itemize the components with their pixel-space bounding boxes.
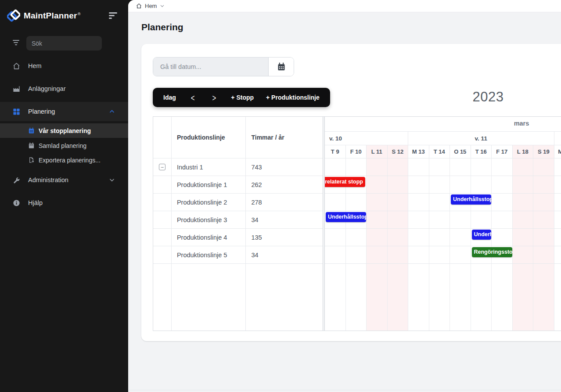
table-row: −Industri 1743	[153, 158, 323, 176]
registered-mark: ®	[78, 12, 81, 16]
calendar-row	[325, 229, 561, 246]
row-name: Produktionslinje 5	[172, 246, 246, 263]
event-bar[interactable]: Underh	[472, 230, 492, 240]
sidebar-item-anlaggningar[interactable]: Anläggningar	[0, 79, 128, 98]
expand-cell	[153, 194, 172, 211]
calendar-toolbar: Idag < > + Stopp + Produktionslinje	[153, 88, 330, 107]
table-row: Produktionslinje 534	[153, 246, 323, 264]
month-label: mars	[504, 120, 539, 127]
calendar-inner: mars v. 10v. 11 T 9F 10L 11S 12M 13T 14O…	[325, 117, 561, 331]
add-stop-button[interactable]: + Stopp	[225, 88, 260, 107]
wrench-icon	[12, 176, 20, 184]
row-name: Produktionslinje 4	[172, 229, 246, 246]
content-shell: Hem Planering Idag < > + Stopp +	[128, 0, 561, 392]
event-bar[interactable]: Underhållsstop	[326, 212, 366, 222]
sidebar-item-label: Vår stopplanering	[39, 127, 91, 134]
table-row: Produktionslinje 2278	[153, 194, 323, 211]
prev-button[interactable]: <	[182, 84, 204, 111]
day-header-t-14: T 14	[429, 145, 450, 158]
day-header-m-20: M 20	[554, 145, 561, 158]
sidebar-item-label: Exportera planerings...	[39, 157, 101, 164]
sidebar-item-hjalp[interactable]: Hjälp	[0, 193, 128, 212]
day-header-m-13: M 13	[408, 145, 429, 158]
sidebar-item-exportera-planerings[interactable]: Exportera planerings...	[0, 153, 128, 167]
topbar: Hem	[128, 0, 561, 12]
expand-cell	[153, 229, 172, 246]
sidebar-item-label: Administration	[28, 176, 68, 183]
week-header-row: v. 10v. 11	[325, 132, 561, 145]
chevron-up-icon	[109, 108, 115, 115]
sidebar-toggle-icon[interactable]	[109, 12, 119, 19]
expand-cell: −	[153, 158, 172, 176]
today-button[interactable]: Idag	[157, 88, 182, 107]
main-area: Hem Planering Idag < > + Stopp +	[128, 0, 561, 392]
calendar-body: srelaterat stoppUnderhållsstopUnderhålls…	[325, 158, 561, 331]
sidebar-item-label: Planering	[28, 108, 55, 115]
calendar-row	[325, 158, 561, 176]
calendar-icon	[277, 62, 286, 71]
event-bar[interactable]: srelaterat stopp	[325, 177, 365, 187]
sidebar-item-label: Hem	[28, 62, 42, 69]
calendar-icon	[28, 127, 35, 134]
fixed-filler	[153, 264, 323, 331]
sidebar-item-administration[interactable]: Administration	[0, 170, 128, 190]
planner-table: Produktionslinje Timmar / år −Industri 1…	[153, 116, 561, 331]
sidebar-item-samlad-planering[interactable]: Samlad planering	[0, 138, 128, 153]
planner-header: Produktionslinje Timmar / år	[153, 117, 323, 158]
grid-icon	[12, 108, 20, 115]
month-header-row: mars	[325, 117, 561, 132]
sidebar: MaintPlanner® Hem Anläggningar Planering	[0, 0, 128, 392]
planner-card: Idag < > + Stopp + Produktionslinje 2023…	[141, 44, 561, 341]
filter-icon	[12, 40, 19, 46]
sidebar-item-label: Hjälp	[28, 199, 43, 206]
page-title: Planering	[141, 22, 183, 32]
collapse-row-icon[interactable]: −	[159, 164, 165, 170]
sidebar-item-planering[interactable]: Planering	[0, 102, 128, 121]
fixed-rows: −Industri 1743Produktionslinje 1262Produ…	[153, 158, 323, 264]
goto-date-input[interactable]	[153, 58, 268, 76]
expand-cell	[153, 246, 172, 263]
week-header-0: v. 10	[325, 132, 408, 145]
logo[interactable]: MaintPlanner®	[7, 8, 121, 24]
expand-cell	[153, 176, 172, 193]
table-row: Produktionslinje 1262	[153, 176, 323, 194]
row-hours: 743	[246, 158, 323, 176]
row-name: Produktionslinje 1	[172, 176, 246, 193]
line-column-header: Produktionslinje	[172, 117, 246, 158]
row-name: Industri 1	[172, 158, 246, 176]
sidebar-item-label: Samlad planering	[39, 142, 86, 149]
search-input[interactable]	[26, 36, 102, 50]
bottom-divider	[128, 390, 561, 390]
sidebar-item-var-stopplanering[interactable]: Vår stopplanering	[0, 123, 128, 138]
day-header-f-10: F 10	[346, 145, 367, 158]
row-hours: 34	[246, 211, 323, 228]
row-name: Produktionslinje 3	[172, 211, 246, 228]
calendar-icon	[28, 142, 35, 149]
expand-cell	[153, 211, 172, 228]
calendar-row	[325, 194, 561, 211]
info-icon	[12, 199, 20, 207]
export-file-icon	[28, 157, 35, 163]
add-production-line-button[interactable]: + Produktionslinje	[260, 88, 326, 107]
breadcrumb-label: Hem	[145, 3, 157, 9]
event-bar[interactable]: Underhållsstop	[451, 194, 491, 205]
goto-date-calendar-button[interactable]	[268, 58, 294, 76]
sidebar-item-label: Anläggningar	[28, 85, 65, 92]
day-header-o-15: O 15	[450, 145, 471, 158]
day-header-row: T 9F 10L 11S 12M 13T 14O 15T 16F 17L 18S…	[325, 145, 561, 158]
chevron-down-icon	[160, 4, 165, 8]
row-hours: 278	[246, 194, 323, 211]
expand-column-header	[153, 117, 172, 158]
table-row: Produktionslinje 334	[153, 211, 323, 229]
logo-icon	[7, 9, 20, 22]
sidebar-item-hem[interactable]: Hem	[0, 56, 128, 76]
event-bar[interactable]: Rengöringsstop	[472, 247, 512, 257]
week-header-1: v. 11	[408, 132, 554, 145]
next-button[interactable]: >	[204, 84, 225, 111]
table-row: Produktionslinje 4135	[153, 229, 323, 246]
calendar-area: mars v. 10v. 11 T 9F 10L 11S 12M 13T 14O…	[325, 117, 561, 331]
home-icon	[12, 62, 20, 70]
hours-column-header: Timmar / år	[246, 117, 323, 158]
row-hours: 34	[246, 246, 323, 263]
breadcrumb[interactable]: Hem	[136, 3, 165, 9]
